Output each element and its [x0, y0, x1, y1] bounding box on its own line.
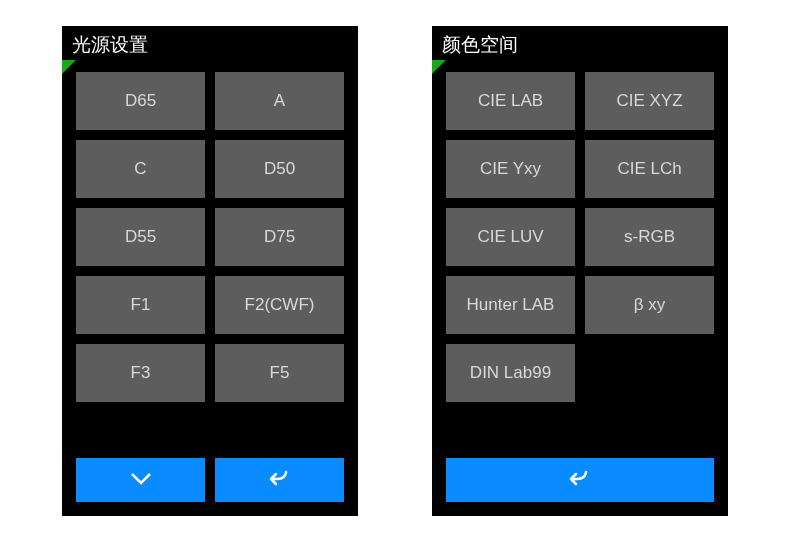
back-button[interactable]: [215, 458, 344, 502]
option-hunter-lab[interactable]: Hunter LAB: [446, 276, 575, 334]
option-f2cwf[interactable]: F2(CWF): [215, 276, 344, 334]
light-source-panel: 光源设置 D65 A C D50 D55 D75 F1 F2(CWF) F3 F…: [62, 26, 358, 516]
option-din-lab99[interactable]: DIN Lab99: [446, 344, 575, 402]
back-arrow-icon: [266, 468, 294, 492]
selected-corner-mark: [62, 60, 76, 74]
back-arrow-icon: [566, 468, 594, 492]
option-cie-xyz[interactable]: CIE XYZ: [585, 72, 714, 130]
bottom-bar: [76, 458, 344, 502]
option-cie-yxy[interactable]: CIE Yxy: [446, 140, 575, 198]
light-options-grid: D65 A C D50 D55 D75 F1 F2(CWF) F3 F5: [62, 60, 358, 402]
scroll-down-button[interactable]: [76, 458, 205, 502]
back-button[interactable]: [446, 458, 714, 502]
option-d65[interactable]: D65: [76, 72, 205, 130]
option-beta-xy[interactable]: β xy: [585, 276, 714, 334]
option-srgb[interactable]: s-RGB: [585, 208, 714, 266]
option-cie-lch[interactable]: CIE LCh: [585, 140, 714, 198]
option-d50[interactable]: D50: [215, 140, 344, 198]
option-cie-lab[interactable]: CIE LAB: [446, 72, 575, 130]
chevron-down-icon: [127, 468, 155, 492]
bottom-bar: [446, 458, 714, 502]
option-f3[interactable]: F3: [76, 344, 205, 402]
option-cie-luv[interactable]: CIE LUV: [446, 208, 575, 266]
option-f5[interactable]: F5: [215, 344, 344, 402]
option-d55[interactable]: D55: [76, 208, 205, 266]
option-c[interactable]: C: [76, 140, 205, 198]
option-d75[interactable]: D75: [215, 208, 344, 266]
colorspace-options-grid: CIE LAB CIE XYZ CIE Yxy CIE LCh CIE LUV …: [432, 60, 728, 402]
selected-corner-mark: [432, 60, 446, 74]
panel-title: 颜色空间: [432, 26, 728, 60]
color-space-panel: 颜色空间 CIE LAB CIE XYZ CIE Yxy CIE LCh CIE…: [432, 26, 728, 516]
option-a[interactable]: A: [215, 72, 344, 130]
option-f1[interactable]: F1: [76, 276, 205, 334]
panel-title: 光源设置: [62, 26, 358, 60]
